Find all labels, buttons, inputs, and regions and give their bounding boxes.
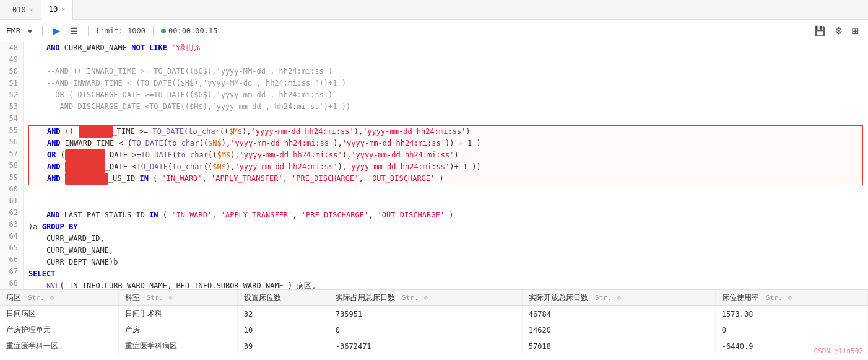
cell-bingqu-2: 重症医学科一区	[0, 338, 118, 354]
code-line-54	[28, 113, 863, 125]
ln-54: 54	[5, 113, 18, 125]
sep-3	[153, 26, 154, 36]
ln-48: 48	[5, 42, 18, 54]
tab-10-label: 10	[49, 5, 58, 14]
col-filter-keshi[interactable]: ⊘	[169, 294, 173, 302]
cell-shiyonglv-0: 1573.08	[715, 306, 867, 322]
toolbar: EMR ▾ ▶ ☰ Limit: 1000 00:00:00.15 💾 ⚙ ⊞	[0, 20, 868, 42]
cell-shezhi-2: 39	[237, 338, 329, 354]
code-line-68: NVL( IN_INFO.CURR_WARD_NAME, BED_INFO.SU…	[28, 280, 863, 289]
code-line-65: CURR_WARD_NAME,	[28, 245, 863, 257]
ln-66: 66	[5, 254, 18, 266]
ln-58: 58	[5, 160, 18, 172]
tab-10[interactable]: 10 ✕	[41, 0, 73, 20]
cell-shiji-kaifang-2: 57018	[522, 338, 715, 354]
table-row: 产房护理单元 产房 10 0 14620 0	[0, 322, 868, 338]
table-row: 重症医学科一区 重症医学科病区 39 -3672471 57018 -6440.…	[0, 338, 868, 354]
col-header-shiji-zhan[interactable]: 实际占用总床日数 Str. ⊘	[329, 290, 522, 306]
ln-53: 53	[5, 101, 18, 113]
results-table: 病区 Str. ⊘ 科室 Str. ⊘ 设置床位数 实际占用总床日数 Str. …	[0, 290, 868, 354]
editor-area: 48 49 50 51 52 53 54 55 56 57 58 59 60 6…	[0, 42, 868, 290]
col-filter-shiji-zhan[interactable]: ⊘	[424, 294, 428, 302]
code-line-67: SELECT	[28, 268, 863, 280]
menu-btn[interactable]: ☰	[67, 25, 80, 37]
col-header-shiji-kaifang[interactable]: 实际开放总床日数 Str. ⊘	[522, 290, 715, 306]
code-line-50: --AND (( INWARD_TIME >= TO_DATE(($G$),'y…	[28, 66, 863, 77]
cell-shezhi-0: 32	[237, 306, 329, 322]
code-line-61	[28, 198, 863, 209]
col-label-bingqu: 病区	[6, 293, 21, 302]
ln-49: 49	[5, 54, 18, 66]
table-row: 日间病区 日间手术科 32 735951 46784 1573.08	[0, 306, 868, 322]
code-line-48: AND CURR_WARD_NAME NOT LIKE '%剥肌%'	[28, 42, 863, 54]
code-line-56: AND INWARD_TIME < (TO_DATE(to_char(($N$)…	[29, 138, 862, 149]
ln-61: 61	[5, 195, 18, 207]
code-line-60	[28, 186, 863, 198]
col-filter-bingqu[interactable]: ⊘	[50, 294, 54, 302]
execution-time: 00:00:00.15	[161, 27, 217, 35]
table-header-row: 病区 Str. ⊘ 科室 Str. ⊘ 设置床位数 实际占用总床日数 Str. …	[0, 290, 868, 306]
tab-010-close[interactable]: ✕	[30, 6, 33, 13]
connection-label: EMR	[6, 26, 20, 35]
ln-68: 68	[5, 278, 18, 289]
toolbar-right: 💾 ⚙ ⊞	[812, 24, 862, 38]
settings-icon-btn[interactable]: ⚙	[832, 24, 845, 38]
code-line-53: -- AND DISCHARGE_DATE <TO_DATE(($H$),'yy…	[28, 101, 863, 113]
cell-shiji-kaifang-0: 46784	[522, 306, 715, 322]
ln-67: 67	[5, 266, 18, 278]
watermark: CSDN @lin502	[814, 347, 863, 355]
col-label-shezhi: 设置床位数	[244, 293, 281, 302]
tab-bar: 010 ✕ 10 ✕	[0, 0, 868, 20]
ln-62: 62	[5, 207, 18, 219]
cell-shiji-zhan-0: 735951	[329, 306, 522, 322]
save-icon-btn[interactable]: 💾	[812, 24, 828, 38]
cell-shiyonglv-1: 0	[715, 322, 867, 338]
ln-60: 60	[5, 183, 18, 195]
code-line-52: --OR ( DISCHARGE_DATE >=TO_DATE(($G$),'y…	[28, 89, 863, 101]
cell-shiji-zhan-2: -3672471	[329, 338, 522, 354]
limit-label: Limit: 1000	[96, 27, 145, 35]
col-header-shiyonglv[interactable]: 床位使用率 Str. ⊘	[715, 290, 867, 306]
sep-2	[88, 26, 89, 36]
results-area[interactable]: 病区 Str. ⊘ 科室 Str. ⊘ 设置床位数 实际占用总床日数 Str. …	[0, 290, 868, 360]
ln-50: 50	[5, 66, 18, 77]
col-header-keshi[interactable]: 科室 Str. ⊘	[118, 290, 237, 306]
col-header-shezhi[interactable]: 设置床位数	[237, 290, 329, 306]
col-type-bingqu: Str.	[28, 294, 45, 302]
col-type-shiyonglv: Str.	[766, 294, 783, 302]
code-line-58: AND REDACTED_DATE <TO_DATE(to_char(($N$)…	[29, 161, 862, 173]
cell-keshi-1: 产房	[118, 322, 237, 338]
col-label-shiyonglv: 床位使用率	[722, 293, 759, 302]
cell-bingqu-0: 日间病区	[0, 306, 118, 322]
ln-59: 59	[5, 172, 18, 183]
ln-64: 64	[5, 230, 18, 242]
ln-63: 63	[5, 219, 18, 230]
code-content[interactable]: AND CURR_WARD_NAME NOT LIKE '%剥肌%' --AND…	[24, 42, 868, 289]
col-filter-shiyonglv[interactable]: ⊘	[788, 294, 792, 302]
code-line-63: )a GROUP BY	[28, 221, 863, 233]
ln-52: 52	[5, 89, 18, 101]
table-body: 日间病区 日间手术科 32 735951 46784 1573.08 产房护理单…	[0, 306, 868, 354]
line-numbers: 48 49 50 51 52 53 54 55 56 57 58 59 60 6…	[0, 42, 24, 289]
run-btn[interactable]: ▶	[50, 24, 63, 38]
ln-65: 65	[5, 242, 18, 254]
col-label-shiji-kaifang: 实际开放总床日数	[529, 293, 588, 302]
col-type-shiji-zhan: Str.	[402, 294, 419, 302]
col-filter-shiji-kaifang[interactable]: ⊘	[617, 294, 622, 302]
tab-10-close[interactable]: ✕	[61, 6, 65, 12]
col-header-bingqu[interactable]: 病区 Str. ⊘	[0, 290, 118, 306]
layout-icon-btn[interactable]: ⊞	[849, 24, 862, 38]
ln-56: 56	[5, 136, 18, 148]
cell-bingqu-1: 产房护理单元	[0, 322, 118, 338]
time-value: 00:00:00.15	[168, 27, 217, 35]
dropdown-btn[interactable]: ▾	[25, 25, 35, 37]
ln-57: 57	[5, 148, 18, 160]
cell-keshi-2: 重症医学科病区	[118, 338, 237, 354]
time-dot	[161, 29, 166, 33]
tab-010-label: 010	[12, 6, 26, 14]
code-line-59: AND REDACTED_US_ID IN ( 'IN_WARD', 'APPL…	[29, 173, 862, 185]
tab-010[interactable]: 010 ✕	[5, 0, 41, 20]
code-line-62: AND LAST_PAT_STATUS_ID IN ( 'IN_WARD', '…	[28, 209, 863, 221]
code-line-57: OR (DISCGUAR_DATE >=TO_DATE(to_char(($M$…	[29, 149, 862, 161]
ln-51: 51	[5, 77, 18, 89]
